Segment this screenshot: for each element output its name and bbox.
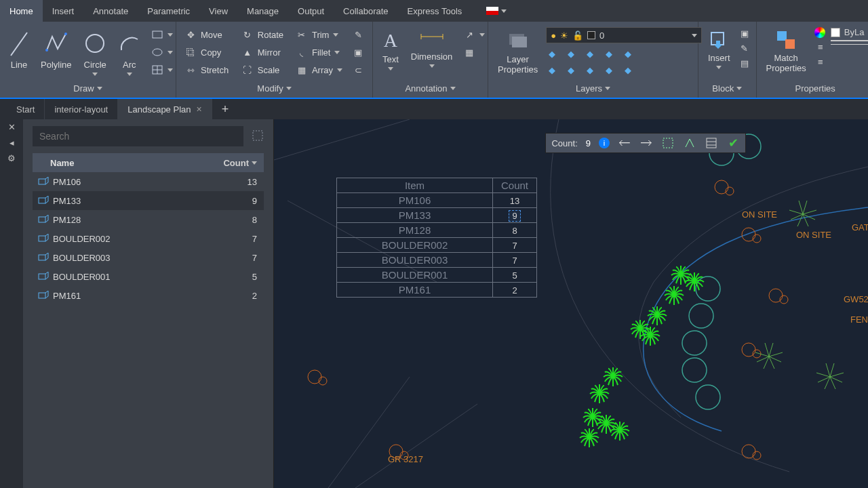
layer-properties-button[interactable]: Layer Properties	[494, 27, 542, 77]
gear-icon[interactable]: ⚙	[7, 153, 16, 163]
scale-button[interactable]: ⛶Scale	[239, 62, 289, 77]
layer-tool-icon[interactable]: ◆	[546, 47, 558, 60]
dimension-button[interactable]: Dimension	[407, 27, 456, 70]
array-button[interactable]: ▦Array	[293, 62, 345, 77]
table-row[interactable]: PM1612	[33, 286, 264, 305]
copy-button[interactable]: ⿻Copy	[182, 45, 235, 60]
menu-tab-collaborate[interactable]: Collaborate	[334, 0, 398, 22]
table-row[interactable]: BOULDER0015	[33, 267, 264, 286]
menu-tab-insert[interactable]: Insert	[43, 0, 84, 22]
layer-dropdown[interactable]: ● ☀ 🔓 0	[546, 27, 702, 43]
svg-rect-15	[777, 31, 787, 41]
text-button[interactable]: AText	[378, 27, 403, 73]
linetype-icon[interactable]: ≡	[814, 56, 827, 68]
insert-block-button[interactable]: Insert	[704, 27, 734, 72]
menu-tab-parametric[interactable]: Parametric	[138, 0, 199, 22]
prev-button[interactable]: 🡐	[618, 136, 631, 150]
table-row[interactable]: PM1288	[33, 210, 264, 229]
color-wheel-icon[interactable]	[814, 27, 825, 38]
layer-tool-icon[interactable]: ◆	[546, 64, 558, 76]
block-icon	[37, 196, 50, 205]
menu-tab-manage[interactable]: Manage	[237, 0, 288, 22]
col-name-header[interactable]: Name	[50, 158, 223, 168]
collapse-icon[interactable]: ◂	[9, 138, 14, 148]
new-tab-button[interactable]: +	[212, 99, 239, 119]
circle-button[interactable]: Circle	[80, 27, 111, 79]
table-button[interactable]: ▦	[460, 45, 488, 60]
panel-block: Insert ▣ ✎ ▤ Block	[698, 22, 757, 98]
match-properties-button[interactable]: Match Properties	[762, 27, 810, 76]
create-block-icon[interactable]: ▣	[738, 27, 751, 39]
lineweight-icon[interactable]: ≡	[814, 41, 827, 53]
line-button[interactable]: Line	[5, 27, 33, 73]
trim-icon: ✂	[296, 28, 308, 41]
row-count: 9	[237, 196, 257, 206]
confirm-icon[interactable]: ✔	[726, 136, 740, 150]
drawing-canvas[interactable]: ON SITE ON SITE FENCE GATE GW5252 GR 321…	[274, 119, 868, 488]
menu-featured-apps[interactable]	[477, 0, 516, 22]
layer-tool-icon[interactable]: ◆	[603, 47, 615, 60]
color-bylayer-dropdown[interactable]: ByLa	[831, 27, 868, 37]
stretch-button[interactable]: ⇿Stretch	[182, 62, 235, 77]
rotate-button[interactable]: ↻Rotate	[239, 27, 289, 42]
erase-button[interactable]: ✎	[349, 27, 367, 42]
panel-modify: ✥Move ⿻Copy ⇿Stretch ↻Rotate ▲Mirror ⛶Sc…	[176, 22, 373, 98]
table-row[interactable]: PM10613	[33, 172, 264, 191]
layer-tool-icon[interactable]: ◆	[622, 47, 634, 60]
block-icon	[37, 215, 50, 224]
doc-tab-start[interactable]: Start	[7, 99, 45, 119]
polyline-button[interactable]: Polyline	[37, 27, 76, 73]
menu-tab-home[interactable]: Home	[0, 0, 43, 22]
layer-tool-icon[interactable]: ◆	[565, 64, 577, 76]
search-input[interactable]	[33, 126, 243, 146]
menu-tab-annotate[interactable]: Annotate	[83, 0, 138, 22]
next-button[interactable]: 🡒	[639, 136, 653, 150]
table-row[interactable]: BOULDER0027	[33, 229, 264, 248]
layer-tool-icon[interactable]: ◆	[584, 64, 596, 76]
block-icon	[37, 234, 50, 243]
fillet-button[interactable]: ◟Fillet	[293, 45, 345, 60]
canvas-count-table[interactable]: ItemCount PM10613PM1339PM1288BOULDER0027…	[336, 178, 537, 298]
ellipse-button[interactable]	[149, 45, 176, 60]
table-row[interactable]: BOULDER0037	[33, 248, 264, 267]
table-row[interactable]: PM1339	[33, 191, 264, 210]
close-icon[interactable]: ×	[196, 104, 201, 115]
doc-tab-interior[interactable]: interior-layout	[45, 99, 118, 119]
offset-button[interactable]: ⊂	[349, 62, 367, 77]
svg-text:GATE: GATE	[852, 222, 868, 232]
selection-icon[interactable]	[252, 129, 264, 144]
zoom-selection-icon[interactable]	[661, 136, 675, 150]
edit-block-icon[interactable]: ✎	[738, 42, 751, 54]
svg-point-1	[45, 49, 48, 52]
menu-tab-express[interactable]: Express Tools	[398, 0, 472, 22]
layer-tool-icon[interactable]: ◆	[584, 47, 596, 60]
layer-tool-icon[interactable]: ◆	[622, 64, 634, 76]
menu-tab-view[interactable]: View	[199, 0, 237, 22]
info-icon[interactable]: i	[599, 138, 610, 148]
explode-button[interactable]: ▣	[349, 45, 367, 60]
doc-tab-landscape[interactable]: Landscape Plan×	[118, 99, 212, 119]
drawing-background: ON SITE ON SITE FENCE GATE GW5252 GR 321…	[274, 119, 868, 488]
block-icon	[37, 253, 50, 262]
leader-button[interactable]: ↗	[460, 27, 488, 42]
svg-line-28	[355, 404, 477, 488]
close-icon[interactable]: ✕	[8, 122, 16, 132]
layer-tool-icon[interactable]: ◆	[603, 64, 615, 76]
insert-table-icon[interactable]	[705, 136, 718, 150]
block-attr-icon[interactable]: ▤	[738, 57, 751, 69]
svg-rect-20	[39, 217, 45, 222]
move-icon: ✥	[184, 28, 197, 41]
panel-draw: Line Polyline Circle Arc Draw	[0, 22, 176, 98]
rectangle-button[interactable]	[149, 27, 176, 42]
highlight-icon[interactable]	[683, 136, 696, 150]
hatch-button[interactable]	[149, 62, 176, 77]
move-button[interactable]: ✥Move	[182, 27, 235, 42]
row-name: PM128	[50, 215, 237, 225]
mirror-button[interactable]: ▲Mirror	[239, 45, 289, 60]
svg-rect-13	[512, 37, 527, 47]
menu-tab-output[interactable]: Output	[288, 0, 334, 22]
layer-tool-icon[interactable]: ◆	[565, 47, 577, 60]
arc-button[interactable]: Arc	[115, 27, 144, 79]
trim-button[interactable]: ✂Trim	[293, 27, 345, 42]
col-count-header[interactable]: Count	[223, 158, 257, 168]
